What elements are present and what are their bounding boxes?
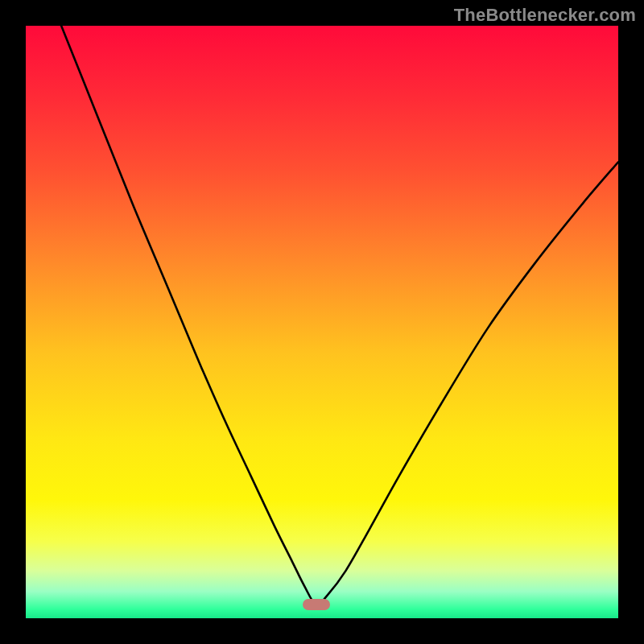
chart-frame: TheBottlenecker.com <box>0 0 644 644</box>
optimum-marker <box>303 599 330 610</box>
plot-area <box>26 26 618 618</box>
watermark-text: TheBottlenecker.com <box>454 5 636 26</box>
bottleneck-curve <box>26 26 618 618</box>
